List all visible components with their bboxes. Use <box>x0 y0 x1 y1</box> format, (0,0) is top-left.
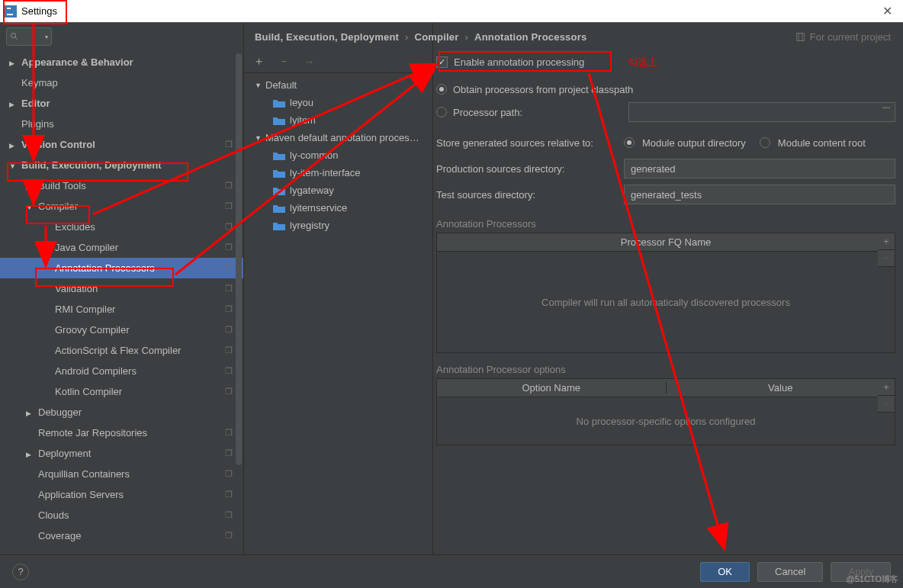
close-icon[interactable]: ✕ <box>876 4 898 18</box>
tree-row[interactable]: Debugger <box>0 402 243 423</box>
copy-settings-icon[interactable]: ❐ <box>225 345 233 355</box>
tree-row[interactable]: Version Control❐ <box>0 134 243 155</box>
copy-settings-icon[interactable]: ❐ <box>225 222 233 232</box>
store-relative-label: Store generated sources relative to: <box>436 137 624 149</box>
module-item[interactable]: lygateway <box>244 182 432 199</box>
module-item[interactable]: ly-common <box>244 146 432 164</box>
scrollbar[interactable] <box>236 53 242 465</box>
tree-row[interactable]: Groovy Compiler❐ <box>0 320 243 340</box>
group-label: Maven default annotation proces… <box>265 132 419 143</box>
test-sources-input[interactable] <box>624 185 895 204</box>
processor-path-radio[interactable]: Processor path: ▔ <box>436 101 895 124</box>
add-icon[interactable]: + <box>878 233 895 250</box>
copy-settings-icon[interactable]: ❐ <box>225 448 233 458</box>
expand-arrow-icon[interactable] <box>9 56 17 68</box>
prod-sources-input[interactable] <box>624 159 895 178</box>
tree-row[interactable]: RMI Compiler❐ <box>0 299 243 320</box>
copy-settings-icon[interactable]: ❐ <box>225 428 233 438</box>
module-output-option[interactable]: Module output directory <box>642 137 746 149</box>
copy-settings-icon[interactable]: ❐ <box>225 181 233 191</box>
copy-settings-icon[interactable]: ❐ <box>225 366 233 376</box>
tree-row[interactable]: Kotlin Compiler❐ <box>0 381 243 402</box>
expand-arrow-icon[interactable] <box>9 139 17 150</box>
tree-row[interactable]: Build, Execution, Deployment <box>0 155 243 175</box>
tree-row[interactable]: Deployment❐ <box>0 443 243 464</box>
expand-arrow-icon[interactable]: ▼ <box>255 134 264 142</box>
copy-settings-icon[interactable]: ❐ <box>225 140 233 149</box>
module-item[interactable]: lyregistry <box>244 217 432 234</box>
copy-settings-icon[interactable]: ❐ <box>225 510 233 520</box>
module-item[interactable]: ly-item-interface <box>244 164 432 182</box>
expand-arrow-icon[interactable] <box>26 201 34 212</box>
cancel-button[interactable]: Cancel <box>757 562 823 582</box>
add-icon[interactable]: + <box>878 379 895 396</box>
radio-icon[interactable] <box>760 137 770 148</box>
enable-annotation-processing[interactable]: Enable annotation processing <box>436 50 895 73</box>
copy-settings-icon[interactable]: ❐ <box>225 387 233 397</box>
breadcrumb: Build, Execution, Deployment › Compiler … <box>244 23 854 50</box>
module-item[interactable]: lyitem <box>244 111 432 129</box>
tree-row[interactable]: Arquillian Containers❐ <box>0 464 243 484</box>
checkbox-icon[interactable] <box>436 56 448 68</box>
profile-tree[interactable]: ▼Defaultleyoulyitem▼Maven default annota… <box>244 73 432 234</box>
copy-settings-icon[interactable]: ❐ <box>225 490 233 500</box>
tree-row[interactable]: Keymap <box>0 72 243 93</box>
module-item[interactable]: lyitemservice <box>244 199 432 217</box>
expand-arrow-icon[interactable] <box>9 159 17 171</box>
expand-arrow-icon[interactable]: ▼ <box>255 82 264 89</box>
expand-arrow-icon[interactable] <box>9 98 17 109</box>
expand-arrow-icon[interactable] <box>26 448 34 459</box>
tree-row[interactable]: Plugins <box>0 114 243 134</box>
settings-tree[interactable]: Appearance & BehaviorKeymapEditorPlugins… <box>0 50 243 554</box>
copy-settings-icon[interactable]: ❐ <box>225 531 233 541</box>
copy-settings-icon[interactable]: ❐ <box>225 284 233 294</box>
tree-row[interactable]: Appearance & Behavior <box>0 52 243 72</box>
module-group[interactable]: ▼Maven default annotation proces… <box>244 129 432 146</box>
copy-settings-icon[interactable]: ❐ <box>225 201 233 211</box>
module-group[interactable]: ▼Default <box>244 76 432 94</box>
ok-button[interactable]: OK <box>700 562 750 582</box>
tree-row[interactable]: Compiler❐ <box>0 196 243 217</box>
folder-icon <box>273 116 285 125</box>
breadcrumb-item[interactable]: Build, Execution, Deployment <box>255 31 399 43</box>
tree-label: Annotation Processors <box>55 262 155 274</box>
radio-icon[interactable] <box>436 84 447 95</box>
dialog-footer: ? OK Cancel Apply <box>0 554 903 588</box>
breadcrumb-item[interactable]: Annotation Processors <box>474 31 586 43</box>
copy-settings-icon[interactable]: ❐ <box>225 325 233 335</box>
radio-label: Obtain processors from project classpath <box>453 84 633 95</box>
radio-icon[interactable] <box>436 107 447 117</box>
tree-row[interactable]: Application Servers❐ <box>0 484 243 505</box>
copy-settings-icon[interactable]: ❐ <box>225 304 233 314</box>
add-icon[interactable]: ＋ <box>253 54 265 69</box>
obtain-from-classpath-radio[interactable]: Obtain processors from project classpath <box>436 78 895 101</box>
tree-label: Appearance & Behavior <box>21 56 133 68</box>
tree-row[interactable]: ActionScript & Flex Compiler❐ <box>0 340 243 361</box>
remove-icon[interactable]: － <box>278 54 290 69</box>
tree-row[interactable]: Validation❐ <box>0 278 243 299</box>
module-content-option[interactable]: Module content root <box>778 137 866 149</box>
processors-table[interactable]: Processor FQ Name Compiler will run all … <box>436 233 895 353</box>
tree-row[interactable]: Excludes❐ <box>0 217 243 237</box>
tree-row[interactable]: Coverage❐ <box>0 525 243 546</box>
copy-settings-icon[interactable]: ❐ <box>225 243 233 252</box>
tree-row[interactable]: Remote Jar Repositories❐ <box>0 423 243 443</box>
tree-row[interactable]: Java Compiler❐ <box>0 237 243 258</box>
svg-point-3 <box>11 34 16 38</box>
tree-row[interactable]: Build Tools❐ <box>0 175 243 196</box>
search-input[interactable]: ▾ <box>6 27 52 46</box>
breadcrumb-item[interactable]: Compiler <box>415 31 459 43</box>
tree-row[interactable]: Annotation Processors❐ <box>0 258 243 278</box>
copy-settings-icon[interactable]: ❐ <box>225 263 233 273</box>
copy-settings-icon[interactable]: ❐ <box>225 469 233 479</box>
options-table[interactable]: Option Name Value No processor-specific … <box>436 378 895 445</box>
expand-arrow-icon[interactable] <box>26 406 34 418</box>
help-button[interactable]: ? <box>12 564 29 580</box>
radio-icon[interactable] <box>624 137 635 148</box>
expand-arrow-icon[interactable] <box>26 180 34 191</box>
tree-row[interactable]: Android Compilers❐ <box>0 361 243 381</box>
tree-row[interactable]: Editor <box>0 93 243 114</box>
module-item[interactable]: leyou <box>244 94 432 111</box>
module-label: lyregistry <box>290 220 329 231</box>
tree-row[interactable]: Clouds❐ <box>0 505 243 525</box>
